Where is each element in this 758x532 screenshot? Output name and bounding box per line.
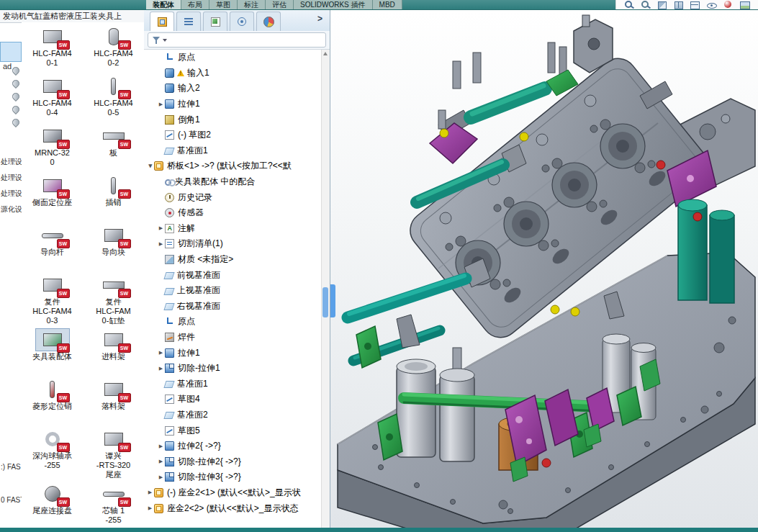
expand-arrow-icon[interactable]: ▶: [157, 474, 165, 480]
library-item[interactable]: SW夹具装配体: [22, 325, 83, 375]
tree-item-label: 切除-拉伸1: [178, 362, 220, 374]
expand-arrow-icon[interactable]: ▶: [157, 102, 165, 107]
library-item[interactable]: SWMRNC-320: [22, 122, 83, 171]
tree-item[interactable]: 原点: [144, 50, 322, 66]
library-item[interactable]: SWHLC-FAM40-5: [83, 72, 144, 122]
part-thumbnail: SW: [97, 379, 130, 400]
pushpin-icon[interactable]: [11, 91, 21, 102]
library-item[interactable]: SW板: [83, 122, 144, 171]
tree-item[interactable]: ▶桥板<1> ->? (默认<按加工?<<默: [144, 158, 322, 174]
collapse-arrow-icon[interactable]: ▶: [148, 162, 153, 170]
library-item[interactable]: SW谭兴-RTS-320尾座: [83, 425, 144, 479]
graphics-viewport[interactable]: [330, 9, 758, 528]
library-item[interactable]: SW落料架: [83, 375, 144, 425]
tree-item[interactable]: ▶切除-拉伸1: [144, 361, 322, 377]
appearance-icon[interactable]: [723, 1, 734, 9]
solidworks-badge-icon: SW: [57, 289, 70, 298]
tree-item[interactable]: ▶座金2<2> (默认<<默认>_显示状态: [144, 500, 322, 516]
expand-arrow-icon[interactable]: ▶: [157, 225, 165, 231]
library-item[interactable]: SW复件HLC-FAM0-缸垫: [83, 271, 144, 325]
ribbon-tab-1[interactable]: 装配体: [146, 0, 181, 9]
panel-splitter-handle[interactable]: [330, 284, 335, 317]
tree-item[interactable]: ▶切除-拉伸2{ ->?}: [144, 454, 322, 469]
filter-input[interactable]: [148, 32, 326, 48]
hide-icon[interactable]: [706, 1, 718, 9]
tree-item[interactable]: 原点: [144, 314, 322, 330]
display-icon[interactable]: [690, 1, 701, 9]
tree-item[interactable]: 输入1: [144, 66, 322, 81]
library-item[interactable]: SW深沟球轴承-255: [22, 425, 83, 479]
expand-arrow-icon[interactable]: ▶: [157, 443, 165, 449]
expand-arrow-icon[interactable]: ▶: [157, 459, 165, 464]
tree-scrollbar[interactable]: [321, 50, 330, 528]
tree-item[interactable]: ▶注解: [144, 221, 322, 237]
scrollbar-thumb[interactable]: [322, 287, 328, 317]
tree-item[interactable]: ▶切割清单(1): [144, 236, 322, 252]
tree-item[interactable]: ▶(-) 座金2<1> (默认<<默认>_显示状: [144, 485, 322, 501]
expand-arrow-icon[interactable]: ▶: [157, 241, 165, 247]
tree-item[interactable]: 基准面1: [144, 376, 322, 392]
library-item[interactable]: SW侧面定位座: [22, 171, 83, 221]
tree-item[interactable]: 倒角1: [144, 112, 322, 127]
pushpin-icon[interactable]: [11, 66, 21, 76]
part-thumbnail: SW: [97, 329, 130, 351]
tree-item[interactable]: ▶拉伸1: [144, 96, 322, 112]
pushpin-icon[interactable]: [11, 78, 21, 89]
tree-item[interactable]: (-) 草图2: [144, 127, 322, 143]
ribbon-tab-4[interactable]: 标注: [238, 0, 266, 9]
library-item[interactable]: SW复件HLC-FAM40-3: [22, 271, 83, 325]
zoom-fit-icon[interactable]: [640, 1, 651, 9]
dropdown-caret-icon[interactable]: [163, 39, 167, 42]
tree-item[interactable]: ▶切除-拉伸3{ ->?}: [144, 469, 322, 485]
tree-item[interactable]: 上视基准面: [144, 283, 322, 299]
library-item[interactable]: SW芯轴 1-255: [83, 479, 144, 528]
expand-arrow-icon[interactable]: ▶: [157, 350, 165, 356]
library-item[interactable]: SW尾座连接盘: [22, 479, 83, 528]
3d-model[interactable]: [330, 9, 758, 528]
tree-item[interactable]: 右视基准面: [144, 299, 322, 315]
ribbon-tab-7[interactable]: MBD: [373, 0, 402, 9]
ribbon-tab-3[interactable]: 草图: [209, 0, 238, 9]
tree-item[interactable]: 基准面1: [144, 143, 322, 159]
scene-icon[interactable]: [739, 1, 751, 9]
tree-item[interactable]: 前视基准面: [144, 267, 322, 283]
featuremanager-tab[interactable]: [150, 12, 174, 31]
library-item[interactable]: SWHLC-FAM40-2: [83, 22, 144, 72]
expand-arrow-icon[interactable]: ▶: [157, 366, 165, 371]
dimxmanager-tab[interactable]: [230, 12, 254, 31]
tree-item[interactable]: 输入2: [144, 81, 322, 96]
tree-item[interactable]: ▶拉伸1: [144, 345, 322, 361]
library-item[interactable]: SWHLC-FAM40-1: [22, 22, 83, 72]
library-item[interactable]: SW插销: [83, 171, 144, 221]
propertymanager-tab[interactable]: [176, 12, 201, 31]
library-item[interactable]: SWHLC-FAM40-4: [22, 72, 83, 122]
expand-arrow-icon[interactable]: ▶: [146, 505, 154, 511]
tree-item[interactable]: 传感器: [144, 205, 322, 221]
zoom-area-icon[interactable]: [623, 1, 635, 9]
tree-item[interactable]: 草图5: [144, 423, 322, 438]
ribbon-tab-2[interactable]: 布局: [181, 0, 209, 9]
library-item[interactable]: SW菱形定位销: [22, 375, 83, 425]
displaymanager-tab[interactable]: [256, 12, 281, 31]
tree-item[interactable]: 材质 <未指定>: [144, 252, 322, 268]
library-item[interactable]: SW导向块: [83, 221, 144, 271]
pushpin-icon[interactable]: [11, 104, 21, 114]
selected-cell[interactable]: [0, 42, 22, 62]
section-icon[interactable]: [657, 1, 668, 9]
expand-arrow-icon[interactable]: ▶: [146, 490, 154, 495]
library-item[interactable]: SW导向杆: [22, 221, 83, 271]
expand-panel-chevron[interactable]: >: [317, 14, 322, 24]
configmanager-tab[interactable]: [203, 12, 227, 31]
library-item[interactable]: SW进料架: [83, 325, 144, 375]
tree-item[interactable]: 历史记录: [144, 189, 322, 205]
pushpin-icon[interactable]: [11, 117, 21, 127]
tree-item[interactable]: ▶拉伸2{ ->?}: [144, 438, 322, 454]
tree-item[interactable]: 基准面2: [144, 407, 322, 423]
tree-item[interactable]: 草图4: [144, 392, 322, 407]
orientation-icon[interactable]: [673, 1, 685, 9]
tree-item[interactable]: 焊件: [144, 330, 322, 346]
ribbon-tab-6[interactable]: SOLIDWORKS 插件: [294, 0, 373, 9]
ribbon-tab-5[interactable]: 评估: [266, 0, 294, 9]
scroll-up-arrow-icon[interactable]: [323, 52, 328, 55]
tree-item[interactable]: 夹具装配体 中的配合: [144, 174, 322, 190]
